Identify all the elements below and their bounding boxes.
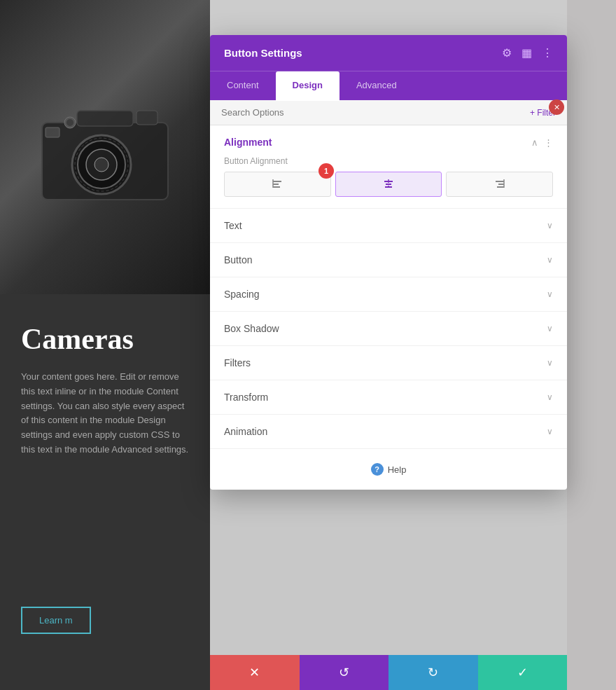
tab-advanced[interactable]: Advanced (340, 71, 414, 100)
panel-body: Alignment ∧ ⋮ Button Alignment 1 (210, 125, 567, 490)
settings-icon[interactable]: ⚙ (502, 46, 512, 60)
align-center-icon (383, 178, 394, 191)
section-transform[interactable]: Transform ∨ (210, 380, 567, 415)
alignment-field-label: Button Alignment (224, 156, 553, 166)
chevron-down-icon: ∨ (547, 392, 553, 402)
chevron-down-icon: ∨ (547, 358, 553, 368)
learn-more-button[interactable]: Learn m (21, 607, 91, 634)
camera-section (0, 0, 210, 294)
action-bar: ✕ ↺ ↻ ✓ (210, 655, 567, 690)
section-animation[interactable]: Animation ∨ (210, 415, 567, 449)
svg-point-4 (94, 158, 108, 172)
alignment-more-icon[interactable]: ⋮ (544, 137, 553, 148)
cancel-button[interactable]: ✕ (210, 655, 300, 690)
undo-button[interactable]: ↺ (300, 655, 389, 690)
align-center-button[interactable] (335, 172, 442, 197)
chevron-down-icon: ∨ (547, 324, 553, 333)
svg-rect-13 (273, 186, 280, 188)
align-right-button[interactable] (446, 172, 553, 197)
panel-title: Button Settings (224, 47, 302, 59)
svg-rect-21 (497, 186, 504, 188)
alignment-options: 1 (224, 172, 553, 197)
chevron-down-icon: ∨ (547, 427, 553, 436)
svg-rect-9 (136, 111, 158, 125)
panel-header: Button Settings ⚙ ▦ ⋮ (210, 35, 567, 71)
svg-rect-20 (498, 184, 504, 185)
chevron-down-icon: ∨ (547, 289, 553, 299)
columns-icon[interactable]: ▦ (522, 46, 532, 60)
top-background (210, 0, 567, 35)
tab-content[interactable]: Content (210, 71, 276, 100)
svg-rect-11 (273, 181, 281, 182)
alignment-title: Alignment (224, 137, 272, 148)
alignment-section: Alignment ∧ ⋮ Button Alignment 1 (210, 125, 567, 209)
help-label: Help (388, 464, 407, 475)
save-button[interactable]: ✓ (478, 655, 568, 690)
section-filters[interactable]: Filters ∨ (210, 346, 567, 380)
alignment-header-icons: ∧ ⋮ (531, 137, 553, 148)
dark-section: Cameras Your content goes here. Edit or … (0, 294, 210, 690)
camera-image (0, 0, 210, 294)
section-box-shadow[interactable]: Box Shadow ∨ (210, 312, 567, 346)
align-left-button[interactable] (224, 172, 331, 197)
panel-tabs: Content Design Advanced (210, 71, 567, 100)
settings-panel: Button Settings ⚙ ▦ ⋮ Content Design Adv… (210, 35, 567, 490)
search-input[interactable] (221, 107, 530, 118)
svg-rect-12 (273, 184, 279, 185)
svg-point-7 (66, 119, 74, 126)
svg-rect-5 (77, 111, 133, 126)
align-left-icon (272, 178, 283, 191)
search-bar: + Filter (210, 100, 567, 125)
more-options-icon[interactable]: ⋮ (542, 46, 553, 60)
collapse-icon[interactable]: ∧ (531, 137, 538, 148)
section-button[interactable]: Button ∨ (210, 243, 567, 277)
redo-button[interactable]: ↻ (388, 655, 478, 690)
right-background (567, 0, 616, 690)
svg-rect-19 (496, 181, 504, 182)
cameras-body: Your content goes here. Edit or remove t… (21, 370, 189, 457)
help-section: ? Help (210, 449, 567, 490)
help-icon[interactable]: ? (371, 463, 384, 476)
alignment-section-header: Alignment ∧ ⋮ (224, 137, 553, 148)
svg-rect-8 (46, 127, 59, 137)
badge-1: 1 (318, 163, 334, 179)
panel-header-icons: ⚙ ▦ ⋮ (502, 46, 553, 60)
chevron-down-icon: ∨ (547, 221, 553, 230)
section-spacing[interactable]: Spacing ∨ (210, 277, 567, 312)
cameras-heading: Cameras (21, 322, 189, 356)
tab-design[interactable]: Design (276, 71, 340, 101)
chevron-down-icon: ∨ (547, 255, 553, 265)
align-right-icon (494, 178, 505, 191)
panel-close-button[interactable]: ✕ (549, 99, 564, 115)
section-text[interactable]: Text ∨ (210, 209, 567, 243)
